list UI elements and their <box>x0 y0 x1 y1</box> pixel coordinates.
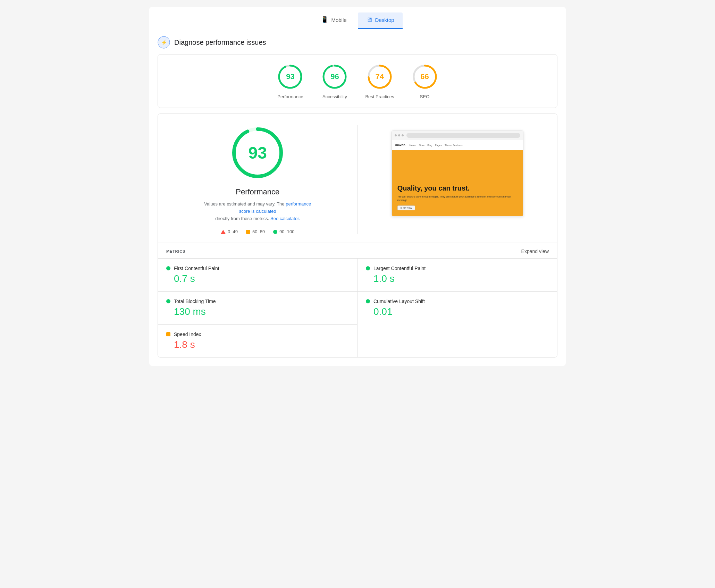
header-logo-icon: ⚡ <box>158 36 170 49</box>
preview-cta-button: SHOP NOW <box>397 205 415 210</box>
metric-value-si: 1.8 s <box>166 339 349 350</box>
metric-name-cls: Cumulative Layout Shift <box>373 299 425 304</box>
expand-view-button[interactable]: Expand view <box>521 249 549 254</box>
preview-dots <box>395 134 404 136</box>
legend-range-green: 90–100 <box>279 229 294 234</box>
svg-text:⚡: ⚡ <box>161 40 167 45</box>
preview-content: Quality, you can trust. Tell your brand'… <box>392 150 523 216</box>
mobile-icon: 📱 <box>321 16 328 24</box>
metric-cell-fcp: First Contentful Paint 0.7 s <box>158 258 358 291</box>
detail-upper: 93 Performance Values are estimated and … <box>158 114 557 243</box>
metric-dot-fcp <box>166 266 170 270</box>
legend-dot-green <box>273 230 277 234</box>
metric-name-lcp: Largest Contentful Paint <box>373 266 426 271</box>
score-label-best-practices: Best Practices <box>365 94 394 99</box>
big-score-value: 93 <box>249 143 267 162</box>
metrics-section-label: METRICS <box>166 249 185 253</box>
preview-nav-features: Theme Features <box>445 144 462 146</box>
metric-value-lcp: 1.0 s <box>366 273 549 284</box>
metric-header-lcp: Largest Contentful Paint <box>366 266 549 271</box>
metric-dot-lcp <box>366 266 370 270</box>
page-title: Diagnose performance issues <box>174 39 266 47</box>
preview-nav-links: Home Store Blog Pages Theme Features <box>410 144 463 146</box>
detail-right: mavon Home Store Blog Pages Theme Featur… <box>369 125 546 234</box>
score-value-seo: 66 <box>420 72 429 81</box>
score-circle-best-practices: 74 <box>366 63 394 91</box>
page-header: ⚡ Diagnose performance issues <box>149 29 566 54</box>
metric-name-fcp: First Contentful Paint <box>174 266 219 271</box>
detail-desc-text1: Values are estimated and may vary. The <box>204 201 284 207</box>
metrics-grid: First Contentful Paint 0.7 s Largest Con… <box>158 258 557 357</box>
score-circle-accessibility: 96 <box>321 63 348 91</box>
tab-mobile[interactable]: 📱 Mobile <box>312 12 355 29</box>
desktop-icon: 🖥 <box>366 16 372 24</box>
legend-range-orange: 50–89 <box>252 229 265 234</box>
vertical-divider <box>358 125 358 234</box>
preview-nav-blog: Blog <box>427 144 432 146</box>
score-item-performance: 93 Performance <box>276 63 304 99</box>
preview-nav-store: Store <box>419 144 424 146</box>
detail-card: 93 Performance Values are estimated and … <box>158 114 557 358</box>
tab-mobile-label: Mobile <box>331 17 346 23</box>
legend: 0–49 50–89 90–100 <box>221 229 294 234</box>
preview-url-bar <box>406 133 520 138</box>
metric-header-si: Speed Index <box>166 331 349 337</box>
legend-item-orange: 50–89 <box>246 229 265 234</box>
score-value-best-practices: 74 <box>376 72 384 81</box>
main-content: 93 Performance 96 Accessibility <box>149 54 566 366</box>
metric-dot-tbt <box>166 299 170 303</box>
tab-desktop-label: Desktop <box>375 17 394 23</box>
metric-header-tbt: Total Blocking Time <box>166 299 349 304</box>
score-item-accessibility: 96 Accessibility <box>321 63 348 99</box>
legend-dot-orange <box>246 230 250 234</box>
preview-subtext: Tell your brand's story through images. … <box>397 195 518 202</box>
preview-heading: Quality, you can trust. <box>397 184 518 192</box>
legend-range-red: 0–49 <box>228 229 238 234</box>
preview-dot-1 <box>395 134 397 136</box>
scores-row: 93 Performance 96 Accessibility <box>166 63 549 99</box>
metric-cell-tbt: Total Blocking Time 130 ms <box>158 291 358 324</box>
metric-dot-cls <box>366 299 370 303</box>
preview-browser-bar <box>392 131 523 140</box>
preview-nav-home: Home <box>410 144 416 146</box>
metric-dot-si <box>166 332 170 336</box>
legend-item-green: 90–100 <box>273 229 294 234</box>
preview-nav-pages: Pages <box>435 144 442 146</box>
detail-desc-text2: directly from these metrics. <box>215 216 269 221</box>
detail-link2[interactable]: See calculator. <box>270 216 300 221</box>
score-value-performance: 93 <box>286 72 294 81</box>
legend-dot-red <box>221 230 226 234</box>
metric-cell-cls: Cumulative Layout Shift 0.01 <box>358 291 557 324</box>
legend-item-red: 0–49 <box>221 229 238 234</box>
site-preview: mavon Home Store Blog Pages Theme Featur… <box>392 131 523 216</box>
score-item-seo: 66 SEO <box>411 63 439 99</box>
tab-desktop[interactable]: 🖥 Desktop <box>358 12 403 29</box>
page-wrapper: 📱 Mobile 🖥 Desktop ⚡ Diagnose performanc… <box>149 7 566 366</box>
metric-value-cls: 0.01 <box>366 306 549 317</box>
detail-desc: Values are estimated and may vary. The p… <box>199 201 317 222</box>
score-label-accessibility: Accessibility <box>322 94 347 99</box>
detail-left: 93 Performance Values are estimated and … <box>169 125 346 234</box>
score-circle-seo: 66 <box>411 63 439 91</box>
metric-name-si: Speed Index <box>174 331 201 337</box>
score-value-accessibility: 96 <box>330 72 339 81</box>
metric-cell-lcp: Largest Contentful Paint 1.0 s <box>358 258 557 291</box>
big-score-circle: 93 <box>230 125 285 180</box>
metric-header-fcp: First Contentful Paint <box>166 266 349 271</box>
scores-card: 93 Performance 96 Accessibility <box>158 54 557 108</box>
metric-cell-si: Speed Index 1.8 s <box>158 324 358 357</box>
tabs-bar: 📱 Mobile 🖥 Desktop <box>149 7 566 29</box>
metrics-header: METRICS Expand view <box>158 243 557 258</box>
score-circle-performance: 93 <box>276 63 304 91</box>
metric-value-fcp: 0.7 s <box>166 273 349 284</box>
score-label-performance: Performance <box>277 94 303 99</box>
score-label-seo: SEO <box>420 94 429 99</box>
preview-dot-2 <box>398 134 400 136</box>
detail-title: Performance <box>236 187 279 196</box>
score-item-best-practices: 74 Best Practices <box>365 63 394 99</box>
metric-header-cls: Cumulative Layout Shift <box>366 299 549 304</box>
preview-dot-3 <box>402 134 404 136</box>
preview-nav: mavon Home Store Blog Pages Theme Featur… <box>392 140 523 150</box>
metric-value-tbt: 130 ms <box>166 306 349 317</box>
preview-logo: mavon <box>395 143 405 147</box>
